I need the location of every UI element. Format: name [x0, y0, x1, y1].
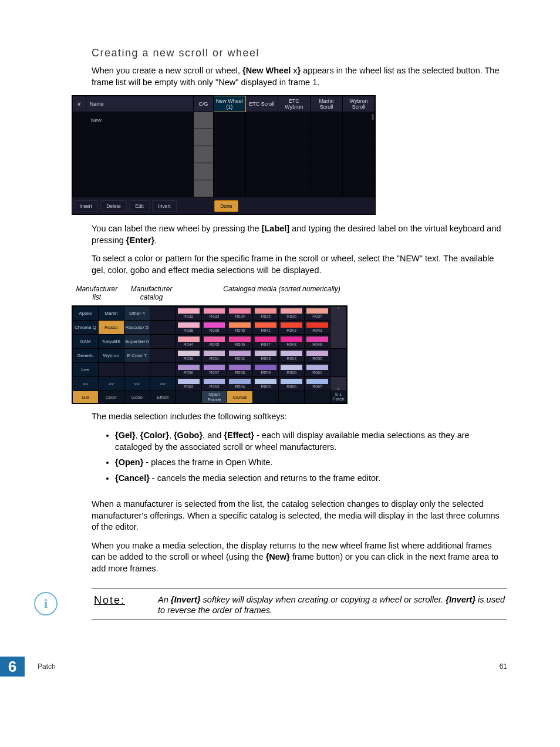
media-chip[interactable]: R034	[227, 307, 253, 321]
select-para: To select a color or pattern for the spe…	[92, 253, 507, 276]
chapter-number: 6	[0, 657, 25, 677]
softkey-open[interactable]: Open Frame	[201, 391, 227, 403]
media-chip[interactable]: R056	[176, 363, 201, 377]
col-cg: C/G	[194, 96, 213, 112]
wheel-wybron[interactable]: Wybron Scroll	[342, 96, 375, 112]
note-block: i Note: An {Invert} softkey will display…	[65, 588, 507, 621]
mfr-gam[interactable]: GAM	[73, 335, 99, 349]
media-chip[interactable]: R038	[176, 321, 201, 335]
note-text: An {Invert} softkey will display when cr…	[158, 592, 507, 617]
info-icon: i	[34, 592, 58, 615]
cat-other4[interactable]: Other 4	[124, 307, 150, 321]
mfr-martin[interactable]: Martin	[98, 307, 124, 321]
wheel-editor-screenshot: # Name C/G New Wheel (1) ETC Scroll ETC …	[72, 95, 376, 215]
cat-ecolor7[interactable]: E Color 7	[124, 349, 150, 363]
softkey-gel[interactable]: Gel	[73, 391, 99, 403]
media-chip[interactable]: R040	[227, 321, 253, 335]
softkeys-intro: The media selection includes the followi…	[92, 411, 507, 423]
media-chip[interactable]: R043	[305, 321, 330, 335]
media-chip[interactable]: R052	[227, 349, 253, 363]
media-chip[interactable]: R042	[279, 321, 305, 335]
media-chip[interactable]: R046	[227, 335, 253, 349]
media-chip[interactable]: R060	[279, 363, 305, 377]
edit-button[interactable]: Edit	[129, 200, 150, 212]
frame-cell[interactable]	[310, 112, 342, 129]
frame-cell[interactable]	[73, 112, 86, 129]
cat-next[interactable]: >>	[150, 377, 176, 391]
scroll-up[interactable]: ^	[330, 307, 347, 349]
media-chip[interactable]: R055	[305, 349, 330, 363]
softkey-effect[interactable]: Effect	[150, 391, 176, 403]
media-chip[interactable]: R067	[305, 377, 330, 391]
softkey-color[interactable]: Color	[98, 391, 124, 403]
media-chip[interactable]: R033	[201, 307, 227, 321]
media-chip[interactable]: R063	[201, 377, 227, 391]
media-picker-screenshot: Apollo Martin Other 4 R032 R033 R034 R03…	[72, 305, 348, 404]
wheel-martin[interactable]: Martin Scroll	[310, 96, 342, 112]
softkey-gobo[interactable]: Gobo	[124, 391, 150, 403]
done-button[interactable]: Done	[214, 200, 238, 212]
mfr-generic[interactable]: Generic	[73, 349, 99, 363]
frame-new[interactable]: New	[86, 112, 194, 129]
media-chip[interactable]: R058	[227, 363, 253, 377]
media-chip[interactable]: R044	[176, 335, 201, 349]
mfr-rosco[interactable]: Rosco	[98, 321, 124, 335]
cat-roscolux5[interactable]: Roscolux 5	[124, 321, 150, 335]
frame-cell[interactable]	[342, 112, 375, 129]
media-chip[interactable]: R047	[253, 335, 279, 349]
frame-cell[interactable]	[278, 112, 310, 129]
media-chip[interactable]: R045	[201, 335, 227, 349]
media-chip[interactable]: R054	[279, 349, 305, 363]
frame-cell[interactable]	[213, 112, 245, 129]
mfr-para: When a manufacturer is selected from the…	[92, 499, 507, 533]
softkey-list: {Gel}, {Color}, {Gobo}, and {Effect} - e…	[92, 430, 507, 484]
mfr-wybron[interactable]: Wybron	[98, 349, 124, 363]
frame-cg[interactable]	[194, 112, 213, 129]
media-chip[interactable]: R061	[305, 363, 330, 377]
label-para: You can label the new wheel by pressing …	[92, 223, 507, 246]
mfr-next[interactable]: >>	[98, 377, 124, 391]
media-chip[interactable]: R049	[305, 335, 330, 349]
page-number: 61	[500, 662, 507, 671]
mfr-prev[interactable]: <<	[73, 377, 99, 391]
mfr-chromaq[interactable]: Chroma Q	[73, 321, 99, 335]
wheel-new[interactable]: New Wheel (1)	[213, 96, 245, 112]
return-para: When you make a media selection, the dis…	[92, 540, 507, 575]
col-num: #	[73, 96, 86, 112]
media-chip[interactable]: R065	[253, 377, 279, 391]
softkey-cancel[interactable]: Cancel	[227, 391, 253, 403]
media-chip[interactable]: R037	[305, 307, 330, 321]
patch-indicator: S 1 Patch	[330, 391, 347, 403]
media-chip[interactable]: R062	[176, 377, 201, 391]
wheel-etc-scroll[interactable]: ETC Scroll	[245, 96, 278, 112]
media-chip[interactable]: R057	[201, 363, 227, 377]
media-chip[interactable]: R039	[201, 321, 227, 335]
intro-para: When you create a new scroll or wheel, {…	[92, 65, 507, 88]
media-chip[interactable]: R036	[279, 307, 305, 321]
invert-button[interactable]: Invert	[152, 200, 176, 212]
media-chip[interactable]: R035	[253, 307, 279, 321]
wheel-etc-wybron[interactable]: ETC Wybron	[278, 96, 310, 112]
media-chip[interactable]: R053	[253, 349, 279, 363]
media-chip[interactable]: R048	[279, 335, 305, 349]
media-chip[interactable]: R051	[201, 349, 227, 363]
col-name: Name	[86, 96, 194, 112]
scrollbar-thumb[interactable]	[371, 113, 375, 120]
frame-cell[interactable]	[245, 112, 278, 129]
cat-supergel6[interactable]: SuperGel 6	[124, 335, 150, 349]
mfr-apollo[interactable]: Apollo	[73, 307, 99, 321]
scroll-down[interactable]: v	[330, 377, 347, 391]
delete-button[interactable]: Delete	[100, 200, 127, 212]
media-chip[interactable]: R041	[253, 321, 279, 335]
media-chip[interactable]: R050	[176, 349, 201, 363]
mfr-lee[interactable]: Lee	[73, 363, 99, 377]
media-chip[interactable]: R066	[279, 377, 305, 391]
mfr-tokyobs[interactable]: TokyoBS	[98, 335, 124, 349]
media-chip[interactable]: R059	[253, 363, 279, 377]
insert-button[interactable]: Insert	[74, 200, 98, 212]
cat-prev[interactable]: <<	[124, 377, 150, 391]
section-name: Patch	[38, 662, 56, 671]
page-footer: 6 Patch 61	[0, 657, 560, 677]
media-chip[interactable]: R064	[227, 377, 253, 391]
media-chip[interactable]: R032	[176, 307, 201, 321]
